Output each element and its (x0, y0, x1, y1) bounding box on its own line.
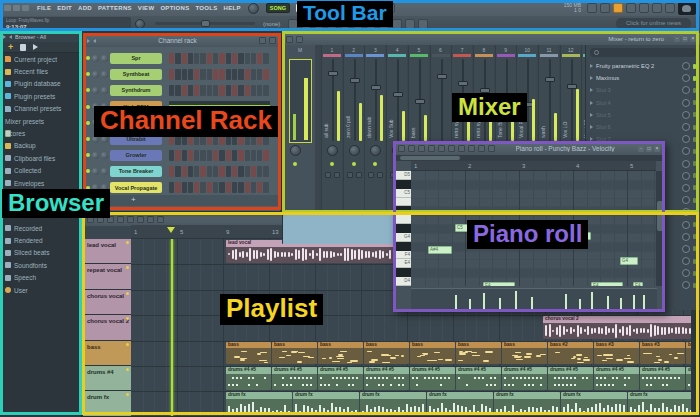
playlist-clip[interactable]: bass #3 (640, 342, 685, 365)
step-cell[interactable] (169, 69, 174, 80)
step-cell[interactable] (226, 182, 231, 193)
fx-enable-led[interactable] (693, 210, 696, 215)
step-cell[interactable] (251, 150, 256, 161)
solo-button[interactable] (377, 172, 383, 178)
fx-enable-led[interactable] (693, 222, 696, 227)
playlist-clip[interactable]: bass #2 (686, 342, 691, 365)
fx-mix-knob[interactable] (682, 172, 690, 180)
step-cell[interactable] (200, 85, 205, 96)
fx-enable-led[interactable] (693, 173, 696, 178)
step-cell[interactable] (245, 166, 250, 177)
playlist-clip[interactable]: drums #4 #5 (456, 367, 501, 390)
fx-mix-knob[interactable] (682, 62, 690, 70)
midi-note[interactable]: G4 (620, 257, 638, 265)
piano-key[interactable]: G4 (394, 233, 411, 242)
fx-mix-knob[interactable] (682, 147, 690, 155)
channel-enable-led[interactable] (86, 137, 90, 141)
step-cell[interactable] (245, 150, 250, 161)
channel-enable-led[interactable] (86, 169, 90, 173)
step-cell[interactable] (200, 69, 205, 80)
minimize-icon[interactable]: - (638, 146, 644, 152)
fx-mix-knob[interactable] (682, 135, 690, 143)
fx-enable-led[interactable] (693, 137, 696, 142)
mute-icon[interactable] (117, 216, 124, 223)
strip-color-tab[interactable] (432, 54, 450, 57)
playlist-track-header[interactable]: drums #4 (83, 366, 131, 391)
speaker-icon[interactable] (33, 44, 38, 50)
browser-item[interactable]: Recorded (0, 222, 81, 234)
step-cell[interactable] (226, 166, 231, 177)
link-icon[interactable] (639, 3, 649, 13)
channel-rack-titlebar[interactable]: Channel rack (83, 34, 280, 47)
step-cell[interactable] (245, 182, 250, 193)
midi-note[interactable]: E4 (483, 282, 515, 286)
step-cell[interactable] (207, 166, 212, 177)
velocity-lane[interactable] (411, 288, 657, 311)
step-cell[interactable] (226, 150, 231, 161)
menu-view[interactable]: VIEW (138, 5, 155, 11)
playlist-clip[interactable]: drums #4 #5 (226, 367, 271, 390)
playlist-clip[interactable]: drum fx (628, 392, 691, 415)
step-cell[interactable] (263, 182, 268, 193)
step-cell[interactable] (257, 150, 262, 161)
delete-icon[interactable] (418, 145, 425, 152)
fx-enable-led[interactable] (693, 246, 696, 251)
piano-key[interactable]: E4 (394, 259, 411, 268)
step-cell[interactable] (263, 85, 268, 96)
step-cell[interactable] (219, 53, 224, 64)
menu-options[interactable]: OPTIONS (160, 5, 189, 11)
slice-icon[interactable] (438, 145, 445, 152)
fx-enable-led[interactable] (693, 112, 696, 117)
step-cell[interactable] (188, 53, 193, 64)
playlist-track-header[interactable]: drum fx (83, 391, 131, 416)
menu-edit[interactable]: EDIT (57, 5, 72, 11)
playhead[interactable] (171, 239, 173, 416)
fx-mix-knob[interactable] (682, 245, 690, 253)
pan-knob[interactable] (92, 168, 99, 175)
scrollbar-handle[interactable] (400, 156, 460, 160)
step-cell[interactable] (188, 85, 193, 96)
playlist-clip[interactable]: bass (272, 342, 317, 365)
midi-note[interactable]: A#4 (428, 246, 452, 254)
step-cell[interactable] (207, 85, 212, 96)
playlist-clip[interactable]: drum fx (494, 392, 560, 415)
mixer-master-strip[interactable]: M (284, 45, 315, 213)
back-icon[interactable] (3, 35, 6, 39)
mute-button[interactable] (368, 172, 374, 178)
news-bar[interactable]: Click for online news (616, 18, 691, 29)
fx-enable-led[interactable] (693, 283, 696, 288)
solo-button[interactable] (356, 172, 362, 178)
playlist-clip[interactable]: drums #4 #5 (548, 367, 593, 390)
stereo-sep-knob[interactable] (349, 145, 360, 156)
playback-icon[interactable] (468, 145, 475, 152)
add-channel-row[interactable]: + (83, 195, 280, 206)
fx-mix-knob[interactable] (682, 257, 690, 265)
fader-handle[interactable] (350, 78, 360, 83)
step-cell[interactable] (213, 150, 218, 161)
channel-enable-led[interactable] (86, 121, 90, 125)
step-cell[interactable] (169, 166, 174, 177)
fx-mix-knob[interactable] (682, 221, 690, 229)
fader-handle[interactable] (567, 84, 577, 89)
step-cell[interactable] (194, 69, 199, 80)
playlist-track-header[interactable]: lead vocal (83, 239, 131, 264)
mic-icon[interactable] (418, 19, 428, 29)
graph-editor-icon[interactable] (259, 37, 266, 44)
playlist-clip[interactable]: bass #2 (548, 342, 593, 365)
step-cell[interactable] (188, 182, 193, 193)
browser-item[interactable]: Current project (0, 53, 81, 65)
playlist-clip[interactable]: drum fx (293, 392, 359, 415)
step-cell[interactable] (207, 150, 212, 161)
playlist-clip[interactable]: bass (364, 342, 409, 365)
velocity-stem[interactable] (499, 298, 501, 311)
playlist-track-header[interactable]: chorus vocal (83, 290, 131, 315)
step-cell[interactable] (213, 53, 218, 64)
strip-color-tab[interactable] (410, 54, 428, 57)
channel-enable-led[interactable] (86, 56, 90, 60)
fader-handle[interactable] (371, 85, 381, 90)
velocity-stem[interactable] (515, 291, 517, 311)
zoom-icon[interactable] (458, 145, 465, 152)
browser-item[interactable]: Channel presets (0, 103, 81, 115)
fx-mix-knob[interactable] (682, 123, 690, 131)
close-icon[interactable]: × (654, 146, 660, 152)
